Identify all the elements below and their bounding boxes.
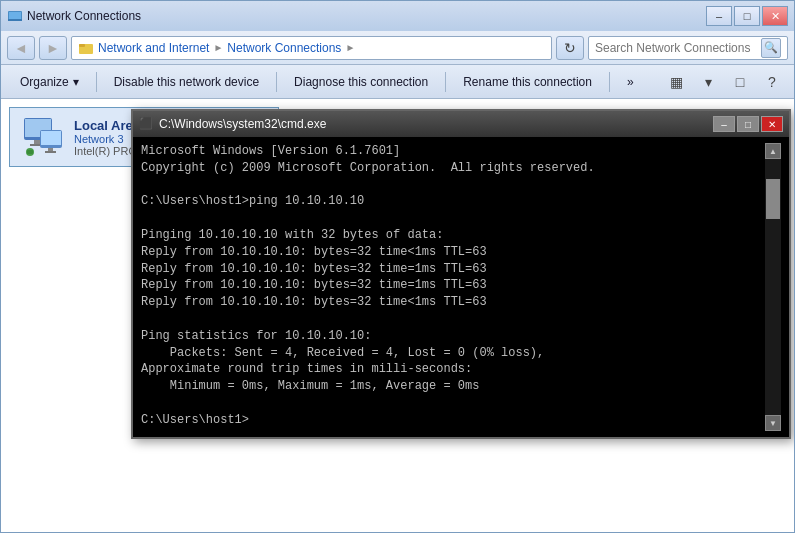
- organize-label: Organize: [20, 75, 69, 89]
- scroll-thumb[interactable]: [766, 179, 780, 219]
- toolbar-separator-1: [96, 72, 97, 92]
- search-input[interactable]: [595, 41, 757, 55]
- forward-button[interactable]: ►: [39, 36, 67, 60]
- view-dropdown-button[interactable]: ▾: [694, 69, 722, 95]
- window-controls: – □ ✕: [706, 6, 788, 26]
- cmd-maximize-button[interactable]: □: [737, 116, 759, 132]
- svg-rect-7: [34, 140, 40, 144]
- cmd-controls: – □ ✕: [713, 116, 783, 132]
- cmd-output: Microsoft Windows [Version 6.1.7601] Cop…: [141, 143, 765, 431]
- svg-rect-2: [8, 19, 22, 21]
- toolbar-right: ▦ ▾ □ ?: [662, 69, 786, 95]
- breadcrumb-arrow-2: ►: [345, 42, 355, 53]
- toolbar: Organize ▾ Disable this network device D…: [1, 65, 794, 99]
- svg-rect-11: [48, 148, 53, 151]
- search-box: 🔍: [588, 36, 788, 60]
- breadcrumb-network-connections[interactable]: Network Connections: [227, 41, 341, 55]
- cmd-close-button[interactable]: ✕: [761, 116, 783, 132]
- title-bar: Network Connections – □ ✕: [1, 1, 794, 31]
- cmd-title-bar: ⬛ C:\Windows\system32\cmd.exe – □ ✕: [133, 111, 789, 137]
- close-button[interactable]: ✕: [762, 6, 788, 26]
- minimize-button[interactable]: –: [706, 6, 732, 26]
- cmd-minimize-button[interactable]: –: [713, 116, 735, 132]
- toolbar-separator-3: [445, 72, 446, 92]
- toolbar-separator-4: [609, 72, 610, 92]
- cmd-icon: ⬛: [139, 117, 153, 131]
- preview-button[interactable]: □: [726, 69, 754, 95]
- cmd-window: ⬛ C:\Windows\system32\cmd.exe – □ ✕ Micr…: [131, 109, 791, 439]
- svg-rect-10: [41, 131, 61, 145]
- breadcrumb-network-internet[interactable]: Network and Internet: [98, 41, 209, 55]
- breadcrumb: Network and Internet ► Network Connectio…: [71, 36, 552, 60]
- explorer-window: Network Connections – □ ✕ ◄ ► Network an…: [0, 0, 795, 533]
- svg-rect-14: [27, 150, 33, 154]
- cmd-title: C:\Windows\system32\cmd.exe: [159, 117, 707, 131]
- maximize-button[interactable]: □: [734, 6, 760, 26]
- cmd-content-area: Microsoft Windows [Version 6.1.7601] Cop…: [133, 137, 789, 437]
- view-icon-button[interactable]: ▦: [662, 69, 690, 95]
- organize-arrow-icon: ▾: [73, 75, 79, 89]
- svg-rect-1: [9, 12, 21, 19]
- diagnose-button[interactable]: Diagnose this connection: [283, 68, 439, 96]
- toolbar-separator-2: [276, 72, 277, 92]
- window-icon: [7, 8, 23, 24]
- search-button[interactable]: 🔍: [761, 38, 781, 58]
- refresh-button[interactable]: ↻: [556, 36, 584, 60]
- window-title: Network Connections: [27, 9, 702, 23]
- svg-rect-12: [45, 151, 56, 153]
- scroll-track: [765, 159, 781, 415]
- content-area: Local Area Connection 2 Network 3 Intel(…: [1, 99, 794, 532]
- rename-button[interactable]: Rename this connection: [452, 68, 603, 96]
- organize-button[interactable]: Organize ▾: [9, 68, 90, 96]
- back-button[interactable]: ◄: [7, 36, 35, 60]
- disable-button[interactable]: Disable this network device: [103, 68, 270, 96]
- svg-rect-4: [79, 44, 85, 47]
- folder-icon: [78, 40, 94, 56]
- monitor-icon: [22, 116, 64, 158]
- connection-icon: [22, 116, 64, 158]
- scroll-up-button[interactable]: ▲: [765, 143, 781, 159]
- scroll-down-button[interactable]: ▼: [765, 415, 781, 431]
- cmd-scrollbar[interactable]: ▲ ▼: [765, 143, 781, 431]
- address-bar: ◄ ► Network and Internet ► Network Conne…: [1, 31, 794, 65]
- more-button[interactable]: »: [616, 68, 645, 96]
- help-button[interactable]: ?: [758, 69, 786, 95]
- breadcrumb-arrow-1: ►: [213, 42, 223, 53]
